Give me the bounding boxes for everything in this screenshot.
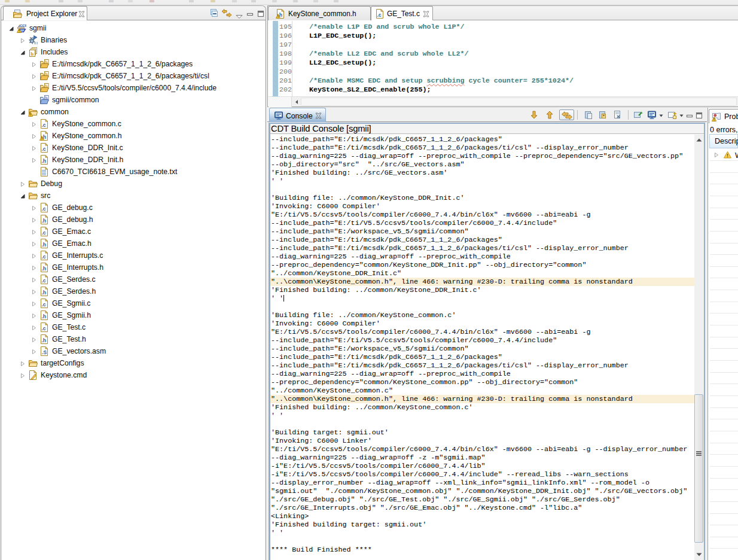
- svg-text:.c: .c: [41, 146, 45, 152]
- svg-text:.S: .S: [42, 349, 47, 355]
- svg-text:.h: .h: [41, 266, 46, 272]
- svg-text:.c: .c: [41, 206, 45, 212]
- svg-text:h: h: [31, 51, 33, 57]
- svg-text:.c: .c: [41, 302, 45, 308]
- svg-text:.h: .h: [41, 337, 46, 343]
- svg-text:.h: .h: [41, 242, 46, 248]
- svg-text:.c: .c: [41, 278, 45, 284]
- svg-text:.c: .c: [41, 230, 45, 236]
- svg-text:.h: .h: [41, 290, 46, 296]
- svg-text:.h: .h: [41, 158, 46, 164]
- svg-text:.c: .c: [41, 325, 45, 331]
- svg-text:01: 01: [34, 41, 38, 45]
- svg-text:.h: .h: [41, 314, 46, 319]
- svg-text:.c: .c: [41, 254, 45, 260]
- svg-text:.c: .c: [377, 12, 381, 18]
- svg-text:.h: .h: [41, 218, 46, 224]
- svg-text:CCS: CCS: [20, 23, 26, 28]
- svg-text:.c: .c: [41, 122, 45, 128]
